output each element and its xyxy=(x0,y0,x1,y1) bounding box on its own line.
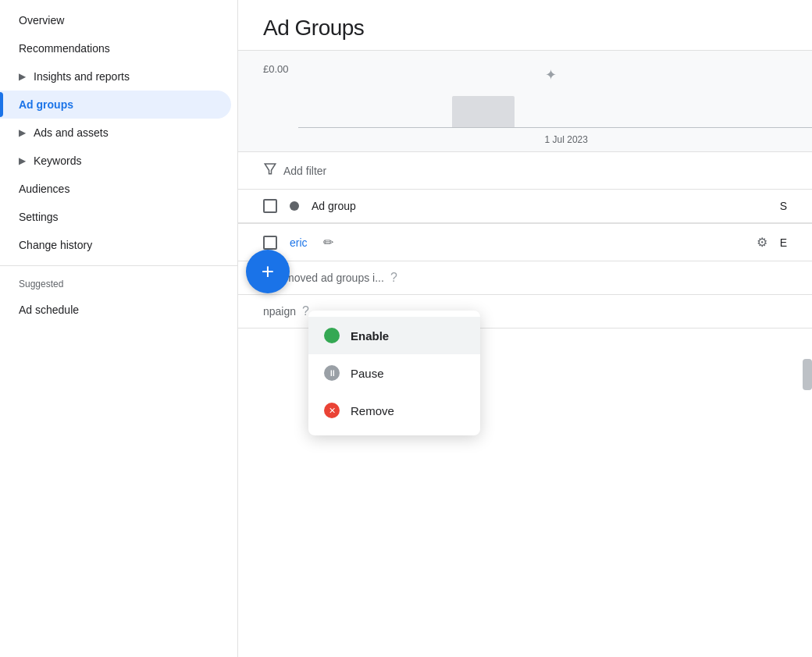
sidebar-item-recommendations-label: Recommendations xyxy=(19,42,212,55)
expand-arrow-keywords: ▶ xyxy=(19,155,26,166)
sidebar-item-settings[interactable]: Settings xyxy=(0,203,231,231)
sidebar-item-keywords-label: Keywords xyxy=(34,154,212,167)
menu-pause-label: Pause xyxy=(351,367,384,380)
sidebar-item-ad-schedule[interactable]: Ad schedule xyxy=(0,296,231,324)
scrollbar[interactable] xyxy=(803,359,812,390)
sidebar-item-ad-groups[interactable]: Ad groups xyxy=(0,91,231,119)
table-row[interactable]: eric ✏ ⚙ E xyxy=(238,224,812,261)
sidebar-item-settings-label: Settings xyxy=(19,211,212,223)
row-ad-group-name: eric xyxy=(290,236,308,249)
table-header: Ad group S xyxy=(238,190,812,224)
remove-status-icon xyxy=(324,403,340,418)
chart-inner: ✦ 1 Jul 2023 xyxy=(298,51,812,151)
page-title: Ad Groups xyxy=(263,16,787,41)
sidebar-item-insights-label: Insights and reports xyxy=(34,70,212,83)
chart-bar xyxy=(452,96,515,127)
sidebar-item-change-history[interactable]: Change history xyxy=(0,231,231,259)
filter-icon xyxy=(263,162,277,179)
settings-gear-icon[interactable]: ⚙ xyxy=(757,235,767,250)
sidebar-item-audiences-label: Audiences xyxy=(19,183,212,195)
context-menu: Enable Pause Remove xyxy=(308,311,480,435)
info-row-1: ut removed ad groups i... ? xyxy=(238,261,812,295)
pause-status-icon xyxy=(324,365,340,381)
menu-enable-label: Enable xyxy=(351,329,389,343)
expand-arrow-insights: ▶ xyxy=(19,71,26,82)
info-text-2: npaign xyxy=(263,305,296,318)
add-fab-button[interactable]: + xyxy=(246,250,290,293)
menu-item-remove[interactable]: Remove xyxy=(308,392,480,429)
sidebar-item-ad-groups-label: Ad groups xyxy=(19,98,212,111)
row-checkbox[interactable] xyxy=(263,236,277,250)
main-header: Ad Groups xyxy=(238,0,812,51)
sidebar-item-audiences[interactable]: Audiences xyxy=(0,175,231,203)
status-column-icon xyxy=(290,201,299,211)
menu-item-pause[interactable]: Pause xyxy=(308,354,480,392)
sidebar-divider xyxy=(0,265,237,266)
menu-remove-label: Remove xyxy=(351,404,394,417)
edit-icon[interactable]: ✏ xyxy=(323,235,333,250)
sidebar-item-insights[interactable]: ▶ Insights and reports xyxy=(0,62,231,91)
sidebar-item-ads-label: Ads and assets xyxy=(34,126,212,139)
sidebar-item-ads-assets[interactable]: ▶ Ads and assets xyxy=(0,119,231,147)
chart-x-label: 1 Jul 2023 xyxy=(545,134,588,145)
filter-label: Add filter xyxy=(283,165,326,177)
sidebar-item-recommendations[interactable]: Recommendations xyxy=(0,34,231,62)
row-right-col: E xyxy=(780,236,787,249)
chart-baseline xyxy=(298,127,812,128)
sidebar: Overview Recommendations ▶ Insights and … xyxy=(0,0,238,657)
sidebar-item-ad-schedule-label: Ad schedule xyxy=(19,304,212,316)
menu-item-enable[interactable]: Enable xyxy=(308,317,480,354)
ai-sparkle-icon: ✦ xyxy=(545,66,557,83)
col-header-status: S xyxy=(780,200,787,212)
expand-arrow-ads: ▶ xyxy=(19,127,26,138)
plus-icon: + xyxy=(262,261,274,282)
help-icon-1[interactable]: ? xyxy=(390,271,397,285)
col-header-ad-group: Ad group xyxy=(312,200,356,212)
enable-status-icon xyxy=(324,328,340,343)
suggested-section-label: Suggested xyxy=(0,272,237,296)
sidebar-item-overview[interactable]: Overview xyxy=(0,6,231,34)
svg-marker-0 xyxy=(265,164,276,174)
chart-area: £0.00 ✦ 1 Jul 2023 xyxy=(238,51,812,152)
chart-y-label: £0.00 xyxy=(238,51,298,75)
sidebar-item-change-history-label: Change history xyxy=(19,239,212,251)
sidebar-item-overview-label: Overview xyxy=(19,14,212,27)
sidebar-item-keywords[interactable]: ▶ Keywords xyxy=(0,147,231,175)
filter-row[interactable]: Add filter xyxy=(238,152,812,190)
select-all-checkbox[interactable] xyxy=(263,199,277,213)
